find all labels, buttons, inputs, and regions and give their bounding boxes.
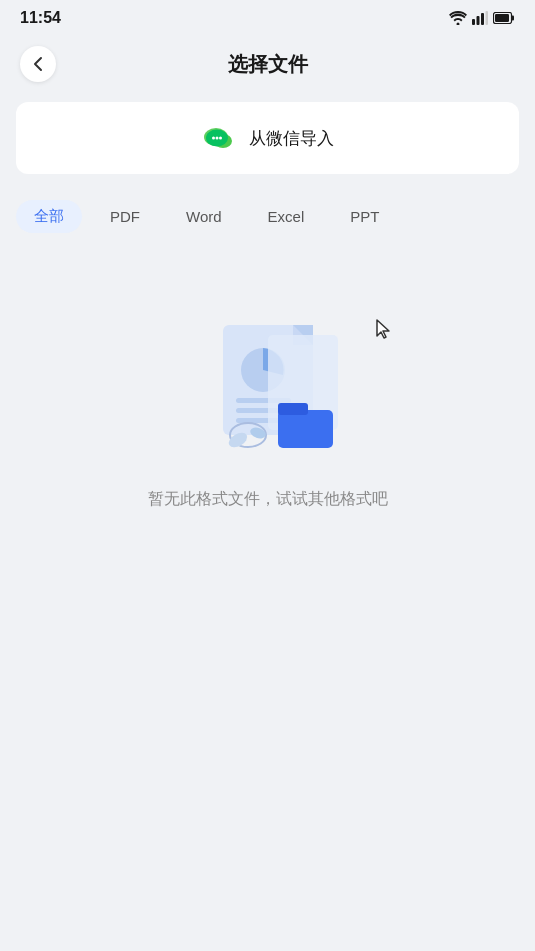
page-title: 选择文件 xyxy=(228,51,308,78)
svg-point-11 xyxy=(212,137,215,140)
back-button[interactable] xyxy=(20,46,56,82)
status-time: 11:54 xyxy=(20,9,61,27)
svg-rect-6 xyxy=(495,14,509,22)
tab-all[interactable]: 全部 xyxy=(16,200,82,233)
wechat-icon xyxy=(201,120,237,156)
svg-rect-3 xyxy=(486,11,489,25)
tab-pdf[interactable]: PDF xyxy=(92,201,158,232)
wechat-import-button[interactable]: 从微信导入 xyxy=(16,102,519,174)
svg-rect-1 xyxy=(477,16,480,25)
svg-rect-22 xyxy=(278,410,333,448)
status-bar: 11:54 xyxy=(0,0,535,36)
svg-rect-23 xyxy=(278,403,308,415)
svg-rect-2 xyxy=(481,13,484,25)
tab-excel[interactable]: Excel xyxy=(250,201,323,232)
empty-message: 暂无此格式文件，试试其他格式吧 xyxy=(148,489,388,510)
svg-point-13 xyxy=(219,137,222,140)
filter-tabs: 全部 PDF Word Excel PPT xyxy=(0,184,535,245)
empty-state: 暂无此格式文件，试试其他格式吧 xyxy=(0,265,535,550)
tab-word[interactable]: Word xyxy=(168,201,240,232)
svg-point-12 xyxy=(216,137,219,140)
wifi-icon xyxy=(449,11,467,25)
header: 选择文件 xyxy=(0,36,535,92)
svg-rect-5 xyxy=(512,16,515,21)
signal-icon xyxy=(472,11,488,25)
wechat-import-label: 从微信导入 xyxy=(249,127,334,150)
status-icons xyxy=(449,11,515,25)
tab-ppt[interactable]: PPT xyxy=(332,201,397,232)
svg-rect-0 xyxy=(472,19,475,25)
battery-icon xyxy=(493,12,515,24)
empty-illustration xyxy=(168,305,368,465)
back-icon xyxy=(33,56,43,72)
